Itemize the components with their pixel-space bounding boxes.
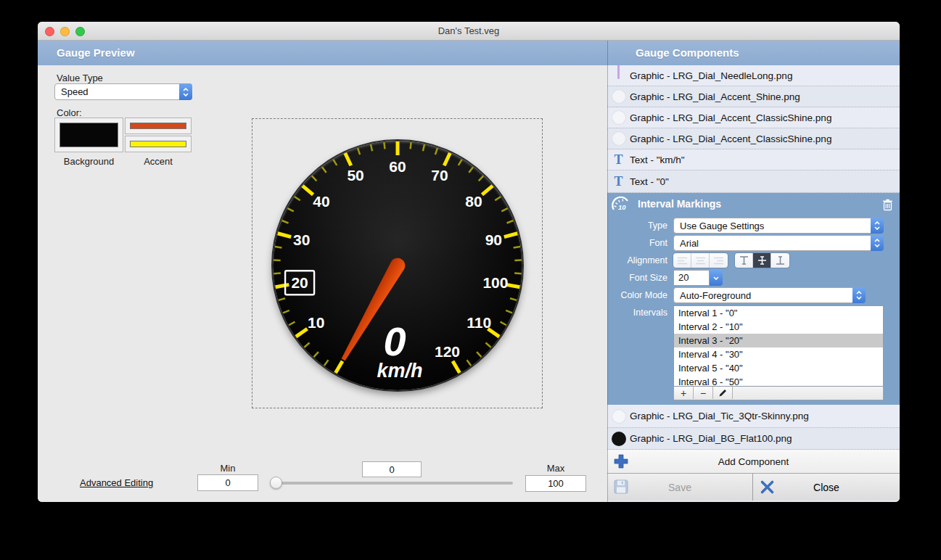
font-label: Font <box>607 238 667 248</box>
interval-markings-title: Interval Markings <box>638 198 721 210</box>
align-bottom-button[interactable] <box>771 253 789 268</box>
interval-item-1[interactable]: Interval 1 - "0" <box>674 306 883 320</box>
component-row-classicshine-2[interactable]: Graphic - LRG_Dial_Accent_ClassicShine.p… <box>607 128 900 149</box>
component-row-accent-shine[interactable]: Graphic - LRG_Dial_Accent_Shine.png <box>607 86 900 107</box>
value-slider-thumb[interactable] <box>270 477 282 489</box>
intervals-list[interactable]: Interval 1 - "0" Interval 2 - "10" Inter… <box>673 305 884 387</box>
shine-graphic-icon <box>612 409 626 424</box>
align-left-button[interactable] <box>673 253 691 268</box>
text-icon: T <box>614 175 622 188</box>
color-mode-value: Auto-Foreground <box>674 290 852 301</box>
add-interval-button[interactable]: + <box>674 387 694 399</box>
remove-interval-button[interactable]: − <box>694 387 713 399</box>
gauge-components-header: Gauge Components <box>607 41 900 65</box>
font-size-label: Font Size <box>607 273 667 283</box>
component-label: Graphic - LRG_Dial_NeedleLong.png <box>630 70 792 81</box>
svg-text:30: 30 <box>293 231 310 248</box>
color-mode-label: Color Mode <box>607 290 667 300</box>
add-component-button[interactable]: Add Component <box>607 450 900 474</box>
type-label: Type <box>607 221 667 231</box>
interval-item-4[interactable]: Interval 4 - "30" <box>674 347 883 361</box>
component-label: Graphic - LRG_Dial_Tic_3Qtr-Skinny.png <box>630 411 809 421</box>
svg-text:70: 70 <box>431 167 448 184</box>
chevron-down-icon[interactable] <box>710 270 723 286</box>
chevron-updown-icon <box>179 83 192 100</box>
gauge-preview-panel: Value Type Speed Color: Background Accen… <box>38 65 607 502</box>
max-input[interactable] <box>525 475 586 492</box>
accent-color-swatch-bottom[interactable] <box>125 136 192 152</box>
type-select[interactable]: Use Gauge Settings <box>673 218 884 234</box>
panel-divider <box>607 41 608 502</box>
component-label: Text - "0" <box>630 176 669 187</box>
value-type-select[interactable]: Speed <box>54 83 192 100</box>
close-button[interactable]: Close <box>753 474 900 501</box>
component-row-tic-skinny[interactable]: Graphic - LRG_Dial_Tic_3Qtr-Skinny.png <box>607 405 900 428</box>
min-label: Min <box>197 463 258 474</box>
align-middle-button[interactable] <box>753 253 771 268</box>
svg-text:90: 90 <box>485 231 502 248</box>
intervals-label: Intervals <box>607 308 667 318</box>
gauge-components-panel: Graphic - LRG_Dial_NeedleLong.png Graphi… <box>607 65 900 502</box>
interval-markings-icon: 10 <box>612 195 630 213</box>
background-color-value <box>59 123 118 147</box>
background-color-swatch[interactable] <box>54 118 123 152</box>
current-value-input[interactable] <box>362 461 422 477</box>
align-center-button[interactable] <box>691 253 710 268</box>
gauge-value-text: 0 <box>383 318 406 364</box>
edit-interval-button[interactable] <box>713 387 733 399</box>
svg-text:40: 40 <box>313 193 329 210</box>
svg-text:100: 100 <box>482 274 508 291</box>
svg-text:120: 120 <box>435 343 460 360</box>
plus-icon <box>613 453 629 469</box>
interval-item-6[interactable]: Interval 6 - "50" <box>674 375 883 387</box>
title-bar: Dan's Test.veg <box>38 22 900 41</box>
type-value: Use Gauge Settings <box>674 221 871 231</box>
align-right-button[interactable] <box>710 253 728 268</box>
gauge-scale: 102030405060708090100110120 0 km/h <box>252 118 544 410</box>
save-floppy-icon <box>614 479 628 494</box>
component-row-text-kmh[interactable]: T Text - "km/h" <box>607 149 900 170</box>
svg-text:10: 10 <box>618 203 626 211</box>
component-row-classicshine-1[interactable]: Graphic - LRG_Dial_Accent_ClassicShine.p… <box>607 107 900 128</box>
window-title: Dan's Test.veg <box>38 22 900 41</box>
toolbar-spacer <box>733 387 883 400</box>
text-icon: T <box>614 153 622 166</box>
font-size-combo[interactable]: 20 <box>673 270 723 286</box>
component-row-bg-flat100[interactable]: Graphic - LRG_Dial_BG_Flat100.png <box>607 428 900 450</box>
min-input[interactable] <box>197 474 258 491</box>
component-label: Graphic - LRG_Dial_Accent_ClassicShine.p… <box>630 112 831 123</box>
interval-markings-section[interactable]: 10 Interval Markings Ty <box>607 193 900 405</box>
pencil-icon <box>719 389 727 397</box>
interval-item-5[interactable]: Interval 5 - "40" <box>674 361 883 375</box>
app-window: Dan's Test.veg Gauge Preview Gauge Compo… <box>38 22 900 502</box>
color-label: Color: <box>57 107 82 118</box>
value-type-value: Speed <box>55 86 179 97</box>
intervals-toolbar: + − <box>673 387 884 400</box>
font-select[interactable]: Arial <box>673 235 884 251</box>
black-circle-icon <box>612 432 626 446</box>
needle-graphic-icon <box>617 65 620 79</box>
align-top-button[interactable] <box>735 253 753 268</box>
gauge-preview-header: Gauge Preview <box>38 41 607 65</box>
font-size-value: 20 <box>673 270 710 286</box>
save-label: Save <box>668 482 691 493</box>
chevron-updown-icon <box>871 235 884 251</box>
accent-color-swatch-top[interactable] <box>125 118 192 134</box>
svg-text:110: 110 <box>467 314 491 331</box>
chevron-updown-icon <box>852 287 866 303</box>
shine-graphic-icon <box>612 131 626 146</box>
component-row-text-0[interactable]: T Text - "0" <box>607 170 900 193</box>
color-mode-select[interactable]: Auto-Foreground <box>673 287 866 303</box>
shine-graphic-icon <box>612 110 626 125</box>
close-label: Close <box>813 482 839 493</box>
vertical-alignment-group <box>735 253 789 268</box>
accent-bottom-color-value <box>130 141 186 147</box>
component-row-needlelong[interactable]: Graphic - LRG_Dial_NeedleLong.png <box>607 65 900 86</box>
value-slider-track[interactable] <box>270 482 513 485</box>
interval-item-3[interactable]: Interval 3 - "20" <box>674 334 883 347</box>
interval-item-2[interactable]: Interval 2 - "10" <box>674 320 883 334</box>
save-button[interactable]: Save <box>607 474 753 501</box>
close-x-icon <box>760 479 775 495</box>
advanced-editing-link[interactable]: Advanced Editing <box>80 477 153 488</box>
delete-component-button[interactable] <box>879 197 895 213</box>
